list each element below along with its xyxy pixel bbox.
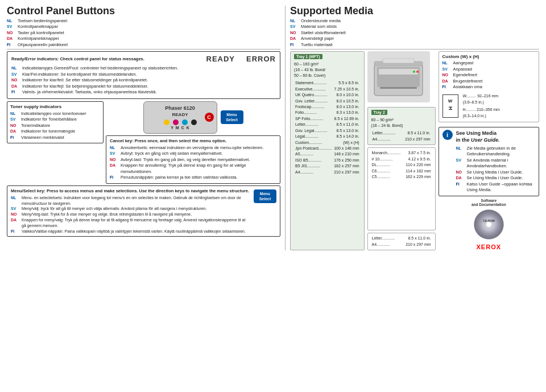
env-name: DL............ bbox=[371, 162, 403, 168]
ts-sv: SVIndikatorer för Tonerbehållare bbox=[10, 117, 100, 123]
phaser-display: Phaser 6120 READY Y M bbox=[143, 101, 217, 134]
error-label: ERROR bbox=[246, 55, 276, 63]
ready-error-title: Ready/Error indicators: Check control pa… bbox=[11, 56, 202, 61]
ts-nl: NLIndicatielampjes voor tonertoevaer bbox=[10, 111, 100, 117]
size-name: Folio............ bbox=[294, 110, 333, 115]
software-label: Softwareand Documentation bbox=[471, 199, 506, 207]
media-content: Tray 1 (MPT) 60 – 163 g/m² (16 – 43 lb. … bbox=[290, 51, 539, 250]
re-no-text: Indikatorer for klar/feil: Se etter stat… bbox=[22, 77, 148, 84]
toner-yellow bbox=[164, 119, 169, 125]
table-row: Letter............8.5 x 11.0 in. bbox=[371, 236, 432, 241]
re-sv-text: Klar/Fel-indikatorer: Se kontrollpanel f… bbox=[22, 72, 137, 78]
env-name: C6............ bbox=[371, 168, 403, 174]
size-value: 7.25 x 10.5 in. bbox=[333, 86, 360, 92]
right-title: Supported Media bbox=[290, 6, 539, 17]
size-name: Gov. Letter............ bbox=[294, 98, 333, 104]
toner-lang-list: NLIndicatielampjes voor tonertoevaer SVI… bbox=[10, 111, 100, 141]
using-media-box: i See Using Mediain the User Guide. NLZi… bbox=[439, 127, 539, 196]
table-row: C6............114 x 162 mm bbox=[371, 168, 432, 174]
cu-no: NOEgendefinert bbox=[442, 72, 535, 79]
size-name: Statement............ bbox=[294, 80, 333, 86]
size-name: ISO B5............ bbox=[294, 157, 333, 163]
tray1-header: Tray 1 (MPT) bbox=[294, 54, 361, 60]
fi-text: Ohjauspaneelin painikkeet bbox=[18, 42, 68, 48]
env-value: 162 x 229 mm bbox=[403, 174, 432, 180]
re-fi-text: Valmis- ja virhemerkkivalot: Tarkasta, o… bbox=[22, 89, 157, 96]
tray2-table: Letter............8.5 x 11.0 in.A4......… bbox=[371, 130, 432, 142]
env-value: 110 x 220 mm bbox=[403, 162, 432, 168]
left-header: Control Panel Buttons NLToetsen bedienin… bbox=[7, 6, 280, 49]
software-box: Softwareand Documentation bbox=[439, 199, 539, 250]
w-dim: W......... 92–216 mm bbox=[463, 93, 500, 99]
toner-black bbox=[191, 119, 197, 125]
svg-rect-4 bbox=[380, 87, 417, 89]
cancel-key-box: Cancel key: Press once, and then select … bbox=[106, 135, 280, 184]
nl-text: Toetsen bedieningspaneel bbox=[18, 18, 67, 24]
table-row: Foolscap............8.0 x 13.0 in. bbox=[294, 104, 361, 109]
tag-fi: FI bbox=[7, 42, 16, 48]
phaser-ready: READY bbox=[148, 112, 212, 117]
ck-da: DAKnappen for annullering: Tryk på denne… bbox=[110, 163, 276, 175]
no-text: Taster på kontrollpanelet bbox=[18, 30, 64, 36]
size-value: 8.5 x 12.69 in. bbox=[333, 115, 360, 121]
custom-see-stack: Custom (W) x (H) NLAangepast SVAnpassad … bbox=[439, 51, 539, 250]
su-nl: NLZie Media gebruiken in de Gebruikersha… bbox=[456, 146, 535, 158]
svg-point-6 bbox=[416, 71, 419, 73]
menu-select-badge-2[interactable]: MenuSelect bbox=[254, 189, 276, 203]
c-button[interactable]: C bbox=[205, 113, 214, 122]
see-using-list: NLZie Media gebruiken in de Gebruikersha… bbox=[456, 146, 535, 193]
right-lang-list: NLOndersteunde media SVMaterial som stöd… bbox=[290, 18, 539, 48]
table-row: # 10............4.12 x 9.5 in. bbox=[371, 156, 432, 162]
size-name: Foolscap............ bbox=[294, 104, 333, 109]
size-value: 8.5 x 11.0 in. bbox=[400, 130, 432, 136]
size-value: 8.5 x 14.0 in. bbox=[333, 134, 360, 139]
lang-item-no: NOTaster på kontrollpanelet bbox=[7, 30, 280, 36]
table-row: B5 JIS............182 x 257 mm bbox=[294, 163, 361, 169]
size-value: 210 x 297 mm bbox=[333, 169, 360, 175]
size-name: Letter............ bbox=[371, 130, 400, 136]
lang-item-da: DAKontrolpanelsknapper bbox=[7, 36, 280, 42]
table-row: Jpn Postcard............100 x 148 mm bbox=[294, 146, 361, 151]
table-row: Letter............8.5 x 11.0 in. bbox=[294, 122, 361, 127]
cancel-key-title: Cancel key: Press once, and then select … bbox=[110, 138, 276, 143]
su-da: DASe Using Media i User Guide. bbox=[456, 175, 535, 181]
ts-no: NOTonerindikatore bbox=[10, 123, 100, 129]
svg-point-9 bbox=[486, 221, 491, 227]
size-value: 210 x 297 mm bbox=[400, 136, 432, 142]
phaser-block: Phaser 6120 READY Y M bbox=[143, 101, 217, 134]
menu-select-box: Menu/Select key: Press to access menus a… bbox=[7, 185, 280, 237]
svg-text:CD-ROM: CD-ROM bbox=[483, 219, 495, 222]
env-value: 114 x 162 mm bbox=[403, 168, 432, 174]
ready-error-list: NLIndicatielampjes Gereed/Fout: controle… bbox=[11, 65, 276, 96]
menu-select-badge-1[interactable]: MenuSelect bbox=[221, 110, 243, 124]
env-value: 3.87 x 7.5 in. bbox=[403, 150, 432, 156]
ready-error-header: Ready/Error indicators: Check control pa… bbox=[11, 55, 276, 63]
letter-small-box: Letter............8.5 x 11.0 in.A4......… bbox=[367, 233, 436, 250]
table-row: SP Folio............8.5 x 12.69 in. bbox=[294, 115, 361, 121]
wh-box: W H bbox=[442, 94, 458, 118]
page: Control Panel Buttons NLToetsen bedienin… bbox=[0, 0, 546, 392]
ck-no: NOAvbryt-tast: Trykk én gang på den, og … bbox=[110, 157, 276, 163]
da-text: Kontrolpanelsknapper bbox=[18, 36, 59, 42]
sv-text: Kontrollpanelknappar bbox=[18, 24, 58, 30]
size-value: 5.5 x 8.5 in. bbox=[333, 80, 360, 86]
size-value: 8.3 x 13.0 in. bbox=[333, 110, 360, 115]
re-da: DAIndikatorer for klar/fejl: Se betjenin… bbox=[11, 84, 276, 90]
tray1-weight: 60 – 163 g/m² (16 – 43 lb. Bond/ 50 – 60… bbox=[294, 61, 361, 78]
right-header: Supported Media NLOndersteunde media SVM… bbox=[290, 6, 539, 49]
custom-box: Custom (W) x (H) NLAangepast SVAnpassad … bbox=[439, 51, 539, 122]
size-value: (W) x (H) bbox=[333, 139, 360, 145]
right-column: Supported Media NLOndersteunde media SVM… bbox=[286, 6, 539, 250]
size-name: B5 JIS............ bbox=[294, 163, 333, 169]
table-row: Legal............8.5 x 14.0 in. bbox=[294, 134, 361, 139]
env-name: Monarch............ bbox=[371, 150, 403, 156]
main-sections: Control Panel Buttons NLToetsen bedienin… bbox=[7, 6, 539, 250]
ck-sv: SVAvbryt: tryck en gång och välj sedan m… bbox=[110, 151, 276, 157]
size-value: 8.5 x 13.0 in. bbox=[333, 127, 360, 133]
cd-container: CD-ROM bbox=[473, 209, 504, 241]
svg-rect-7 bbox=[383, 59, 414, 63]
lbl-k: K bbox=[187, 126, 189, 130]
wh-dimensions: W......... 92–216 mm (3.6–8.5 in.) H....… bbox=[463, 93, 500, 119]
table-row: Custom............(W) x (H) bbox=[294, 139, 361, 145]
ms-nl: NLMenu- en selectietoets: indrukken voor… bbox=[11, 195, 250, 207]
